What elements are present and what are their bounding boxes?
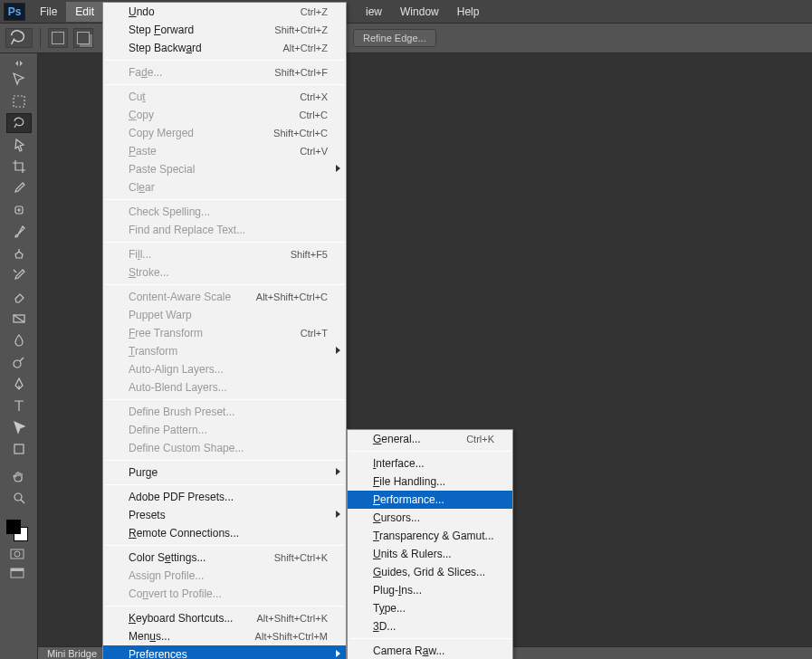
tool-healing[interactable]: [6, 200, 32, 220]
menuitem-content-aware-scale: Content-Aware ScaleAlt+Shift+Ctrl+C: [103, 288, 346, 306]
options-tool-preset[interactable]: [5, 28, 33, 48]
menuitem-presets[interactable]: Presets: [103, 506, 346, 524]
tool-crop[interactable]: [6, 157, 32, 177]
mini-bridge-tab[interactable]: Mini Bridge: [38, 647, 107, 659]
menu-file[interactable]: File: [31, 2, 66, 22]
quick-mask-toggle[interactable]: [5, 547, 30, 561]
tool-hand[interactable]: [6, 466, 32, 486]
edit-menu-popup: UndoCtrl+ZStep ForwardShift+Ctrl+ZStep B…: [102, 2, 347, 659]
menuitem-remote-connections[interactable]: Remote Connections...: [103, 524, 346, 542]
menuitem-label: Adobe PDF Presets...: [129, 491, 328, 503]
menuitem-label: Clear: [129, 181, 328, 194]
menuitem-label: Step Forward: [129, 24, 274, 36]
menuitem-color-settings[interactable]: Color Settings...Shift+Ctrl+K: [103, 549, 346, 567]
tool-clone[interactable]: [6, 244, 32, 263]
menuitem-interface[interactable]: Interface...: [348, 454, 512, 473]
menuitem-label: 3D...: [373, 620, 494, 633]
menuitem-general[interactable]: General...Ctrl+K: [348, 430, 512, 448]
menuitem-transform: Transform: [103, 342, 346, 360]
menuitem-shortcut: Shift+Ctrl+F: [274, 67, 328, 78]
options-sep: [40, 28, 41, 48]
menu-view-partial[interactable]: iew: [366, 2, 391, 22]
menuitem-label: Find and Replace Text...: [129, 224, 328, 236]
menuitem-label: Copy: [129, 109, 300, 121]
menuitem-shortcut: Alt+Shift+Ctrl+M: [255, 631, 328, 642]
options-selection-new[interactable]: [48, 28, 68, 48]
svg-rect-9: [11, 568, 24, 571]
menuitem-shortcut: Ctrl+V: [300, 146, 328, 157]
menuitem-label: Free Transform: [129, 327, 301, 339]
menuitem-label: Remote Connections...: [129, 527, 328, 540]
color-swatches[interactable]: [5, 518, 30, 543]
tool-pen[interactable]: [6, 374, 32, 394]
menuitem-shortcut: Shift+F5: [291, 249, 328, 260]
svg-point-3: [14, 360, 21, 368]
foreground-swatch[interactable]: [6, 520, 21, 534]
menuitem-copy: CopyCtrl+C: [103, 106, 346, 124]
menuitem-find-and-replace-text: Find and Replace Text...: [103, 221, 346, 239]
menuitem-define-brush-preset: Define Brush Preset...: [103, 403, 346, 421]
tool-brush[interactable]: [6, 222, 32, 242]
svg-rect-4: [14, 444, 24, 454]
menuitem-type[interactable]: Type...: [348, 599, 512, 617]
menuitem-label: Define Custom Shape...: [129, 442, 328, 454]
refine-edge-button[interactable]: Refine Edge...: [353, 29, 436, 47]
menuitem-keyboard-shortcuts[interactable]: Keyboard Shortcuts...Alt+Shift+Ctrl+K: [103, 609, 346, 627]
menu-help[interactable]: Help: [448, 2, 489, 22]
menuitem-purge[interactable]: Purge: [103, 463, 346, 482]
menu-window[interactable]: Window: [391, 2, 448, 22]
menuitem-label: Paste Special: [129, 163, 328, 176]
tool-shape[interactable]: [6, 439, 32, 459]
tool-history-brush[interactable]: [6, 265, 32, 285]
tool-zoom[interactable]: [6, 488, 32, 508]
toolbar-collapse[interactable]: [5, 58, 33, 69]
menuitem-copy-merged: Copy MergedShift+Ctrl+C: [103, 124, 346, 142]
tool-path-select[interactable]: [6, 417, 32, 437]
menuitem-label: Stroke...: [129, 266, 328, 279]
menuitem-step-forward[interactable]: Step ForwardShift+Ctrl+Z: [103, 21, 346, 39]
menuitem-preferences[interactable]: Preferences: [103, 645, 346, 659]
tool-move[interactable]: [6, 70, 32, 90]
menuitem-guides-grid-slices[interactable]: Guides, Grid & Slices...: [348, 563, 512, 581]
tool-gradient[interactable]: [6, 309, 32, 329]
tool-lasso[interactable]: [6, 113, 32, 133]
menuitem-plug-ins[interactable]: Plug-Ins...: [348, 581, 512, 599]
menuitem-label: Puppet Warp: [129, 309, 328, 321]
tool-quick-select[interactable]: [6, 135, 32, 155]
menuitem-label: Content-Aware Scale: [129, 291, 256, 303]
options-selection-add[interactable]: [73, 28, 93, 48]
tool-blur[interactable]: [6, 330, 32, 350]
menuitem-label: Type...: [373, 602, 494, 615]
tool-marquee[interactable]: [6, 91, 32, 111]
menuitem-units-rulers[interactable]: Units & Rulers...: [348, 545, 512, 563]
menu-separator: [105, 60, 344, 61]
tool-type[interactable]: [6, 396, 32, 415]
menuitem-undo[interactable]: UndoCtrl+Z: [103, 3, 346, 21]
tool-dodge[interactable]: [6, 352, 32, 372]
menuitem-fill: Fill...Shift+F5: [103, 245, 346, 263]
tool-eraser[interactable]: [6, 287, 32, 307]
menuitem-cursors[interactable]: Cursors...: [348, 509, 512, 527]
screen-mode-toggle[interactable]: [5, 565, 30, 581]
menuitem-camera-raw[interactable]: Camera Raw...: [348, 642, 512, 659]
menuitem-menus[interactable]: Menus...Alt+Shift+Ctrl+M: [103, 627, 346, 645]
menuitem-label: Auto-Align Layers...: [129, 363, 328, 376]
menuitem-label: Guides, Grid & Slices...: [373, 566, 494, 578]
menuitem-performance[interactable]: Performance...: [348, 491, 512, 509]
menuitem-fade: Fade...Shift+Ctrl+F: [103, 63, 346, 81]
menuitem-shortcut: Ctrl+Z: [301, 6, 328, 17]
menuitem-shortcut: Shift+Ctrl+K: [274, 552, 328, 563]
menuitem-adobe-pdf-presets[interactable]: Adobe PDF Presets...: [103, 488, 346, 506]
menu-separator: [105, 484, 344, 485]
menuitem-label: Cut: [129, 91, 300, 103]
menuitem-define-custom-shape: Define Custom Shape...: [103, 439, 346, 457]
menu-edit[interactable]: Edit: [66, 2, 103, 22]
menuitem-3d[interactable]: 3D...: [348, 617, 512, 635]
menuitem-file-handling[interactable]: File Handling...: [348, 473, 512, 491]
menuitem-step-backward[interactable]: Step BackwardAlt+Ctrl+Z: [103, 39, 346, 57]
menuitem-define-pattern: Define Pattern...: [103, 421, 346, 439]
menuitem-transparency-gamut[interactable]: Transparency & Gamut...: [348, 527, 512, 545]
menuitem-shortcut: Shift+Ctrl+C: [273, 128, 328, 138]
menuitem-label: Copy Merged: [129, 127, 273, 139]
tool-eyedropper[interactable]: [6, 178, 32, 198]
